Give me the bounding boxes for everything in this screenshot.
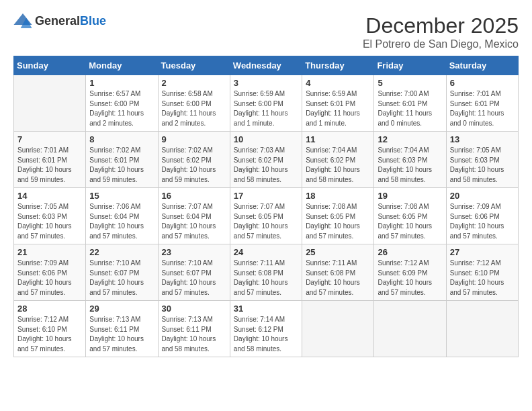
title-area: December 2025 El Potrero de San Diego, M…	[363, 13, 519, 50]
day-number: 25	[306, 247, 370, 257]
calendar-cell	[14, 75, 86, 132]
logo-icon	[13, 13, 32, 28]
month-title: December 2025	[363, 13, 519, 38]
day-info: Sunrise: 7:08 AM Sunset: 6:05 PM Dayligh…	[378, 202, 442, 241]
calendar-cell: 18Sunrise: 7:08 AM Sunset: 6:05 PM Dayli…	[302, 188, 374, 244]
day-info: Sunrise: 7:07 AM Sunset: 6:04 PM Dayligh…	[162, 202, 226, 241]
day-info: Sunrise: 7:06 AM Sunset: 6:04 PM Dayligh…	[89, 202, 154, 241]
calendar-cell: 3Sunrise: 6:59 AM Sunset: 6:00 PM Daylig…	[230, 75, 302, 132]
location-title: El Potrero de San Diego, Mexico	[363, 38, 519, 50]
calendar-cell: 30Sunrise: 7:13 AM Sunset: 6:11 PM Dayli…	[158, 301, 230, 357]
logo: GeneralBlue	[13, 13, 106, 28]
day-number: 3	[234, 78, 298, 88]
day-info: Sunrise: 7:01 AM Sunset: 6:01 PM Dayligh…	[450, 89, 515, 128]
calendar-cell: 25Sunrise: 7:11 AM Sunset: 6:08 PM Dayli…	[302, 244, 374, 301]
day-info: Sunrise: 6:57 AM Sunset: 6:00 PM Dayligh…	[89, 89, 154, 128]
day-info: Sunrise: 7:02 AM Sunset: 6:02 PM Dayligh…	[162, 146, 226, 185]
day-info: Sunrise: 7:12 AM Sunset: 6:10 PM Dayligh…	[450, 259, 515, 298]
calendar-cell: 11Sunrise: 7:04 AM Sunset: 6:02 PM Dayli…	[302, 132, 374, 188]
day-info: Sunrise: 7:12 AM Sunset: 6:09 PM Dayligh…	[378, 259, 442, 298]
calendar-cell: 20Sunrise: 7:09 AM Sunset: 6:06 PM Dayli…	[446, 188, 518, 244]
page-header: GeneralBlue December 2025 El Potrero de …	[13, 13, 519, 50]
day-number: 15	[89, 191, 154, 201]
day-info: Sunrise: 7:09 AM Sunset: 6:06 PM Dayligh…	[17, 259, 82, 298]
day-number: 24	[234, 247, 298, 257]
day-number: 12	[378, 134, 442, 144]
calendar-cell: 14Sunrise: 7:05 AM Sunset: 6:03 PM Dayli…	[14, 188, 86, 244]
day-number: 26	[378, 247, 442, 257]
day-number: 14	[17, 191, 82, 201]
day-number: 29	[89, 304, 154, 314]
calendar-cell: 28Sunrise: 7:12 AM Sunset: 6:10 PM Dayli…	[14, 301, 86, 357]
day-info: Sunrise: 7:12 AM Sunset: 6:10 PM Dayligh…	[17, 315, 82, 354]
logo-general: General	[35, 14, 80, 28]
day-info: Sunrise: 7:04 AM Sunset: 6:03 PM Dayligh…	[378, 146, 442, 185]
calendar-cell: 9Sunrise: 7:02 AM Sunset: 6:02 PM Daylig…	[158, 132, 230, 188]
weekday-header-wednesday: Wednesday	[230, 56, 302, 75]
calendar-week-row: 1Sunrise: 6:57 AM Sunset: 6:00 PM Daylig…	[14, 75, 519, 132]
calendar-cell: 2Sunrise: 6:58 AM Sunset: 6:00 PM Daylig…	[158, 75, 230, 132]
calendar-week-row: 21Sunrise: 7:09 AM Sunset: 6:06 PM Dayli…	[14, 244, 519, 301]
day-number: 23	[162, 247, 226, 257]
day-info: Sunrise: 6:58 AM Sunset: 6:00 PM Dayligh…	[162, 89, 226, 128]
calendar-cell	[374, 301, 446, 357]
calendar-cell: 1Sunrise: 6:57 AM Sunset: 6:00 PM Daylig…	[86, 75, 158, 132]
calendar-cell: 13Sunrise: 7:05 AM Sunset: 6:03 PM Dayli…	[446, 132, 518, 188]
day-info: Sunrise: 7:14 AM Sunset: 6:12 PM Dayligh…	[234, 315, 298, 354]
day-info: Sunrise: 7:05 AM Sunset: 6:03 PM Dayligh…	[17, 202, 82, 241]
day-info: Sunrise: 7:13 AM Sunset: 6:11 PM Dayligh…	[89, 315, 154, 354]
calendar-cell: 16Sunrise: 7:07 AM Sunset: 6:04 PM Dayli…	[158, 188, 230, 244]
calendar-cell: 22Sunrise: 7:10 AM Sunset: 6:07 PM Dayli…	[86, 244, 158, 301]
logo-blue: Blue	[80, 14, 106, 28]
day-number: 27	[450, 247, 515, 257]
day-info: Sunrise: 7:13 AM Sunset: 6:11 PM Dayligh…	[162, 315, 226, 354]
day-info: Sunrise: 7:09 AM Sunset: 6:06 PM Dayligh…	[450, 202, 515, 241]
calendar-cell: 24Sunrise: 7:11 AM Sunset: 6:08 PM Dayli…	[230, 244, 302, 301]
day-number: 18	[306, 191, 370, 201]
day-info: Sunrise: 7:04 AM Sunset: 6:02 PM Dayligh…	[306, 146, 370, 185]
day-info: Sunrise: 6:59 AM Sunset: 6:00 PM Dayligh…	[234, 89, 298, 128]
day-number: 10	[234, 134, 298, 144]
calendar-cell: 6Sunrise: 7:01 AM Sunset: 6:01 PM Daylig…	[446, 75, 518, 132]
day-number: 31	[234, 304, 298, 314]
day-number: 7	[17, 134, 82, 144]
day-info: Sunrise: 7:02 AM Sunset: 6:01 PM Dayligh…	[89, 146, 154, 185]
day-number: 16	[162, 191, 226, 201]
day-number: 5	[378, 78, 442, 88]
calendar-cell: 5Sunrise: 7:00 AM Sunset: 6:01 PM Daylig…	[374, 75, 446, 132]
calendar-cell: 7Sunrise: 7:01 AM Sunset: 6:01 PM Daylig…	[14, 132, 86, 188]
day-info: Sunrise: 7:01 AM Sunset: 6:01 PM Dayligh…	[17, 146, 82, 185]
calendar-week-row: 14Sunrise: 7:05 AM Sunset: 6:03 PM Dayli…	[14, 188, 519, 244]
day-info: Sunrise: 7:07 AM Sunset: 6:05 PM Dayligh…	[234, 202, 298, 241]
weekday-header-sunday: Sunday	[14, 56, 86, 75]
day-info: Sunrise: 7:05 AM Sunset: 6:03 PM Dayligh…	[450, 146, 515, 185]
day-number: 8	[89, 134, 154, 144]
calendar-cell: 8Sunrise: 7:02 AM Sunset: 6:01 PM Daylig…	[86, 132, 158, 188]
day-info: Sunrise: 7:08 AM Sunset: 6:05 PM Dayligh…	[306, 202, 370, 241]
weekday-header-thursday: Thursday	[302, 56, 374, 75]
calendar-table: SundayMondayTuesdayWednesdayThursdayFrid…	[13, 56, 519, 357]
weekday-header-monday: Monday	[86, 56, 158, 75]
day-info: Sunrise: 7:10 AM Sunset: 6:07 PM Dayligh…	[89, 259, 154, 298]
calendar-cell: 19Sunrise: 7:08 AM Sunset: 6:05 PM Dayli…	[374, 188, 446, 244]
day-number: 19	[378, 191, 442, 201]
day-info: Sunrise: 7:11 AM Sunset: 6:08 PM Dayligh…	[306, 259, 370, 298]
calendar-cell: 10Sunrise: 7:03 AM Sunset: 6:02 PM Dayli…	[230, 132, 302, 188]
day-number: 17	[234, 191, 298, 201]
day-number: 11	[306, 134, 370, 144]
day-number: 2	[162, 78, 226, 88]
day-number: 6	[450, 78, 515, 88]
day-number: 1	[89, 78, 154, 88]
day-number: 9	[162, 134, 226, 144]
day-number: 30	[162, 304, 226, 314]
calendar-week-row: 28Sunrise: 7:12 AM Sunset: 6:10 PM Dayli…	[14, 301, 519, 357]
day-info: Sunrise: 7:03 AM Sunset: 6:02 PM Dayligh…	[234, 146, 298, 185]
day-info: Sunrise: 6:59 AM Sunset: 6:01 PM Dayligh…	[306, 89, 370, 128]
calendar-cell: 31Sunrise: 7:14 AM Sunset: 6:12 PM Dayli…	[230, 301, 302, 357]
calendar-cell: 26Sunrise: 7:12 AM Sunset: 6:09 PM Dayli…	[374, 244, 446, 301]
day-info: Sunrise: 7:10 AM Sunset: 6:07 PM Dayligh…	[162, 259, 226, 298]
calendar-cell: 21Sunrise: 7:09 AM Sunset: 6:06 PM Dayli…	[14, 244, 86, 301]
day-info: Sunrise: 7:00 AM Sunset: 6:01 PM Dayligh…	[378, 89, 442, 128]
calendar-cell: 15Sunrise: 7:06 AM Sunset: 6:04 PM Dayli…	[86, 188, 158, 244]
calendar-cell: 12Sunrise: 7:04 AM Sunset: 6:03 PM Dayli…	[374, 132, 446, 188]
